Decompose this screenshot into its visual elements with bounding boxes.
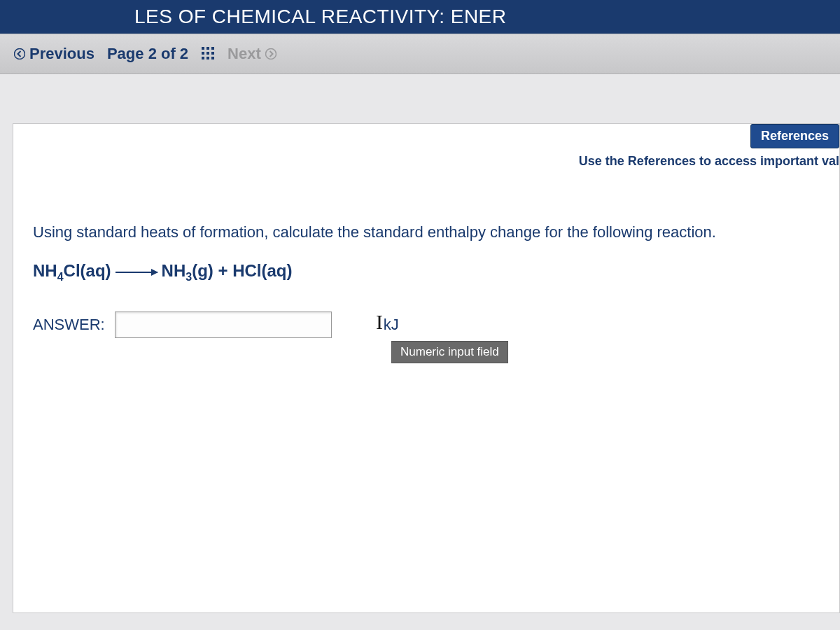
header-title: LES OF CHEMICAL REACTIVITY: ENER [134,6,507,28]
question-content: Using standard heats of formation, calcu… [33,223,820,338]
svg-rect-1 [202,47,204,50]
next-label: Next [227,45,261,63]
references-hint: Use the References to access important v… [579,154,839,169]
references-block: References Use the References to access … [579,124,839,169]
chemical-equation: NH4Cl(aq) NH3(g) + HCl(aq) [33,261,820,284]
svg-rect-4 [202,52,204,55]
reaction-arrow-icon [115,272,158,273]
svg-point-0 [15,49,25,59]
answer-row: ANSWER: I kJ Numeric input field [33,312,820,338]
previous-label: Previous [29,45,94,63]
question-prompt: Using standard heats of formation, calcu… [33,223,820,241]
app-header: LES OF CHEMICAL REACTIVITY: ENER [0,0,840,34]
question-panel: References Use the References to access … [13,123,840,613]
answer-unit: kJ [384,316,399,334]
chevron-left-icon [14,48,25,59]
input-tooltip: Numeric input field [391,341,508,363]
answer-input[interactable] [115,312,332,338]
next-button: Next [227,45,276,63]
svg-rect-7 [202,57,204,59]
svg-rect-3 [211,47,214,50]
page-indicator: Page 2 of 2 [107,45,188,63]
grid-icon[interactable] [201,46,215,62]
references-button[interactable]: References [750,124,839,148]
previous-button[interactable]: Previous [14,45,94,63]
page-nav-bar: Previous Page 2 of 2 Next [0,34,840,74]
svg-rect-6 [211,52,214,55]
answer-label: ANSWER: [33,316,105,334]
svg-rect-8 [206,57,209,59]
svg-rect-9 [211,57,214,59]
equation-reactant: NH4Cl(aq) [33,261,111,284]
equation-product: NH3(g) + HCl(aq) [162,261,293,284]
svg-rect-2 [206,47,209,50]
svg-rect-5 [206,52,209,55]
svg-point-10 [265,49,276,59]
chevron-right-icon [265,48,276,59]
text-cursor-icon: I [376,310,383,334]
